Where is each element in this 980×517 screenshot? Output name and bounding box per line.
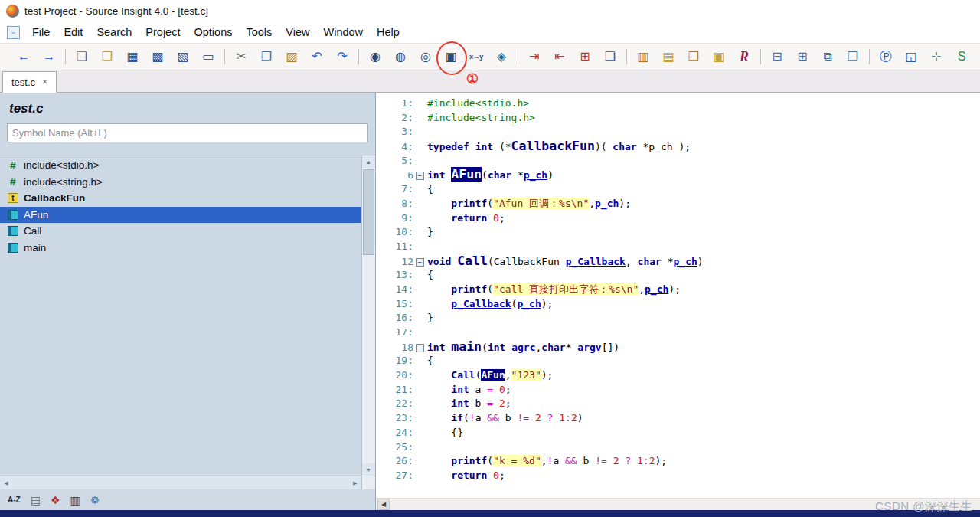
fold-marker[interactable]: − <box>416 169 427 183</box>
code-line-21[interactable]: 21: int a = 0; <box>376 383 980 398</box>
code-line-18[interactable]: 18−int main(int agrc,char* argv[]) <box>376 340 980 355</box>
full-window-icon[interactable]: ❒ <box>842 47 864 67</box>
save-icon[interactable]: ▦ <box>122 47 143 67</box>
gear-icon[interactable]: ☸ <box>90 495 100 506</box>
code-line-27[interactable]: 27: return 0; <box>376 469 980 483</box>
book-icon[interactable]: ▥ <box>70 495 80 506</box>
project-window-icon[interactable]: ▤ <box>658 47 679 67</box>
tab-test-c[interactable]: test.c × <box>2 71 57 93</box>
tab-close-icon[interactable]: × <box>42 77 47 87</box>
code-line-19[interactable]: 19:{ <box>376 354 980 368</box>
list-view-icon[interactable]: ▤ <box>31 495 41 506</box>
symbol-item-afun[interactable]: AFun <box>0 207 361 224</box>
code-line-13[interactable]: 13:{ <box>376 268 980 283</box>
search-project-icon[interactable]: ◈ <box>491 47 512 67</box>
menu-project[interactable]: Project <box>139 23 187 41</box>
cut-icon[interactable]: ✂ <box>230 47 252 67</box>
menu-tools[interactable]: Tools <box>239 23 279 41</box>
code-line-14[interactable]: 14: printf("call 直接打印出字符：%s\n",p_ch); <box>376 283 980 297</box>
menu-edit[interactable]: Edit <box>57 23 90 41</box>
code-line-5[interactable]: 5: <box>376 154 980 169</box>
code-line-1[interactable]: 1:#include<stdio.h> <box>376 97 980 111</box>
search-forward-icon[interactable]: ◍ <box>390 47 411 67</box>
code-line-12[interactable]: 12−void Call(CallbackFun p_Callback, cha… <box>376 254 980 269</box>
fold-marker[interactable]: − <box>416 341 427 355</box>
tile-vertical-icon[interactable]: ⊞ <box>792 47 813 67</box>
search-icon[interactable]: ◉ <box>364 47 386 67</box>
symbol-item-include-string-h-[interactable]: #include<string.h> <box>0 174 361 191</box>
relation-window-icon[interactable]: ❒ <box>683 47 704 67</box>
references-icon[interactable]: R <box>733 47 755 67</box>
code-line-3[interactable]: 3: <box>376 125 980 139</box>
print-icon[interactable]: ▭ <box>198 47 219 67</box>
code-line-15[interactable]: 15: p_Callback(p_ch); <box>376 297 980 312</box>
symbol-item-include-stdio-h-[interactable]: #include<stdio.h> <box>0 157 361 174</box>
jump-to-caller-icon[interactable]: ⇤ <box>549 47 570 67</box>
code-line-25[interactable]: 25: <box>376 440 980 455</box>
symbol-search-input[interactable] <box>7 123 368 142</box>
code-line-23[interactable]: 23: if(!a && b != 2 ? 1:2) <box>376 411 980 426</box>
scroll-down-icon[interactable]: ▼ <box>362 463 375 476</box>
sort-alpha-icon[interactable]: A-Z <box>8 496 21 504</box>
symbol-filter-icon[interactable]: ❖ <box>51 495 60 506</box>
toggle-bookmark-icon[interactable]: ⊞ <box>574 47 596 67</box>
fold-minus-icon[interactable]: − <box>416 258 424 267</box>
expand-special-icon[interactable]: ⊹ <box>926 47 947 67</box>
jump-to-definition-icon[interactable]: ⇥ <box>524 47 545 67</box>
menu-help[interactable]: Help <box>370 23 407 41</box>
nav-forward-icon[interactable]: → <box>38 47 60 67</box>
code-line-22[interactable]: 22: int b = 2; <box>376 397 980 411</box>
code-line-17[interactable]: 17: <box>376 326 980 340</box>
menu-view[interactable]: View <box>279 23 316 41</box>
fold-marker[interactable]: − <box>416 255 427 270</box>
new-file-icon[interactable]: ❑ <box>71 47 93 67</box>
symbol-window-icon[interactable]: ▥ <box>632 47 654 67</box>
code-line-7[interactable]: 7:{ <box>376 182 980 197</box>
save-all-icon[interactable]: ▩ <box>147 47 168 67</box>
clip-window-icon[interactable]: ❙ <box>976 47 980 67</box>
editor-scroll-left-icon[interactable]: ◀ <box>377 499 390 510</box>
search-references-icon[interactable]: ◎ <box>415 47 436 67</box>
code-line-2[interactable]: 2:#include<string.h> <box>376 111 980 126</box>
copy-icon[interactable]: ❐ <box>256 47 277 67</box>
code-line-10[interactable]: 10:} <box>376 225 980 240</box>
replace-icon[interactable]: x→y <box>466 47 487 67</box>
style-properties-icon[interactable]: S <box>951 47 972 67</box>
code-line-11[interactable]: 11: <box>376 240 980 254</box>
scroll-left-icon[interactable]: ◀ <box>0 476 12 489</box>
code-line-8[interactable]: 8: printf("Afun 回调：%s\n",p_ch); <box>376 197 980 211</box>
menu-window[interactable]: Window <box>316 23 370 41</box>
tile-horizontal-icon[interactable]: ⊟ <box>766 47 788 67</box>
code-line-16[interactable]: 16:} <box>376 311 980 326</box>
redo-icon[interactable]: ↷ <box>332 47 353 67</box>
save-as-icon[interactable]: ▧ <box>172 47 194 67</box>
search-files-icon[interactable]: ▣① <box>440 47 462 67</box>
cascade-windows-icon[interactable]: ⧉ <box>817 47 838 67</box>
scroll-thumb[interactable] <box>363 169 374 255</box>
paste-icon[interactable]: ▨ <box>281 47 302 67</box>
fold-minus-icon[interactable]: − <box>416 344 424 352</box>
code-line-9[interactable]: 9: return 0; <box>376 211 980 226</box>
scroll-up-icon[interactable]: ▲ <box>362 155 375 168</box>
context-window-icon[interactable]: ▣ <box>708 47 730 67</box>
code-area[interactable]: 1:#include<stdio.h>2:#include<string.h>3… <box>376 93 980 498</box>
code-line-4[interactable]: 4:typedef int (*CallbackFun)( char *p_ch… <box>376 139 980 154</box>
code-line-20[interactable]: 20: Call(AFun,"123"); <box>376 368 980 383</box>
undo-icon[interactable]: ↶ <box>306 47 328 67</box>
open-file-icon[interactable]: ❒ <box>96 47 118 67</box>
zoom-window-icon[interactable]: ◱ <box>900 47 922 67</box>
scroll-right-icon[interactable]: ▶ <box>349 476 361 489</box>
menu-options[interactable]: Options <box>187 23 239 41</box>
code-line-6[interactable]: 6−int AFun(char *p_ch) <box>376 168 980 182</box>
symbol-item-callbackfun[interactable]: tCallbackFun <box>0 190 361 207</box>
go-back-reference-icon[interactable]: ❏ <box>599 47 621 67</box>
fold-minus-icon[interactable]: − <box>416 172 424 180</box>
code-line-24[interactable]: 24: {} <box>376 426 980 440</box>
parse-source-icon[interactable]: Ⓟ <box>875 47 897 67</box>
symbol-list-scrollbar[interactable]: ▲ ▼ <box>361 155 375 476</box>
code-line-26[interactable]: 26: printf("k = %d",!a && b != 2 ? 1:2); <box>376 454 980 469</box>
menu-file[interactable]: File <box>25 23 57 41</box>
nav-back-icon[interactable]: ← <box>13 47 34 67</box>
symbol-item-main[interactable]: main <box>0 240 361 257</box>
symbol-list-hscrollbar[interactable]: ◀ ▶ <box>0 476 375 489</box>
